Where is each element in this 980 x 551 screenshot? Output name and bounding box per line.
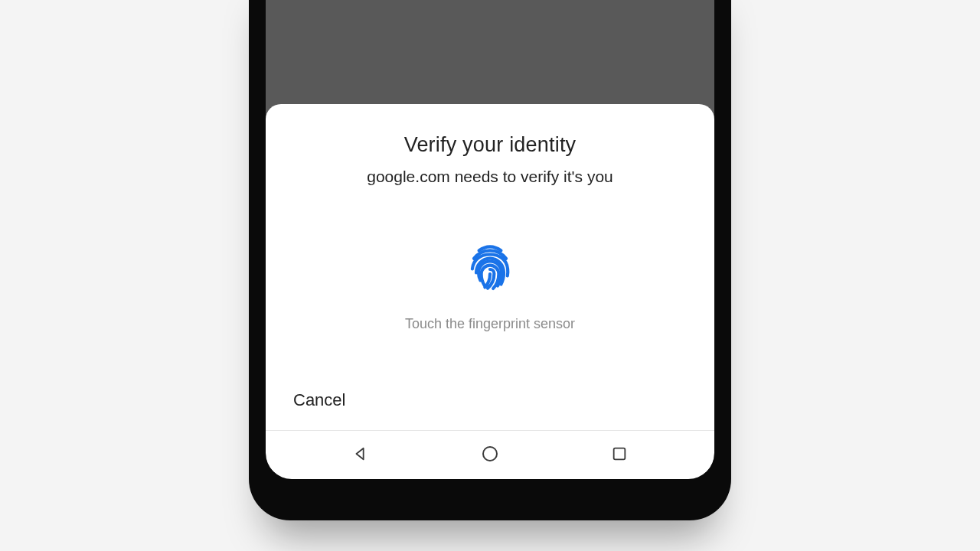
dialog-title: Verify your identity	[404, 133, 577, 157]
system-navbar	[266, 430, 714, 479]
dialog-actions: Cancel	[266, 375, 714, 430]
home-circle-icon	[481, 445, 499, 465]
phone-screen: Verify your identity google.com needs to…	[266, 0, 714, 479]
fingerprint-icon	[462, 240, 518, 295]
dialog-subtitle: google.com needs to verify it's you	[367, 168, 613, 186]
nav-back-button[interactable]	[336, 440, 385, 471]
phone-frame: Verify your identity google.com needs to…	[249, 0, 731, 520]
scrim	[266, 0, 714, 104]
svg-rect-1	[613, 448, 625, 460]
cancel-button[interactable]: Cancel	[293, 386, 345, 415]
nav-home-button[interactable]	[466, 440, 514, 471]
svg-point-0	[483, 447, 497, 461]
recent-square-icon	[611, 445, 628, 465]
dialog-hint: Touch the fingerprint sensor	[405, 316, 575, 332]
nav-recent-button[interactable]	[595, 440, 644, 471]
back-triangle-icon	[352, 445, 369, 465]
biometric-dialog: Verify your identity google.com needs to…	[266, 104, 714, 430]
